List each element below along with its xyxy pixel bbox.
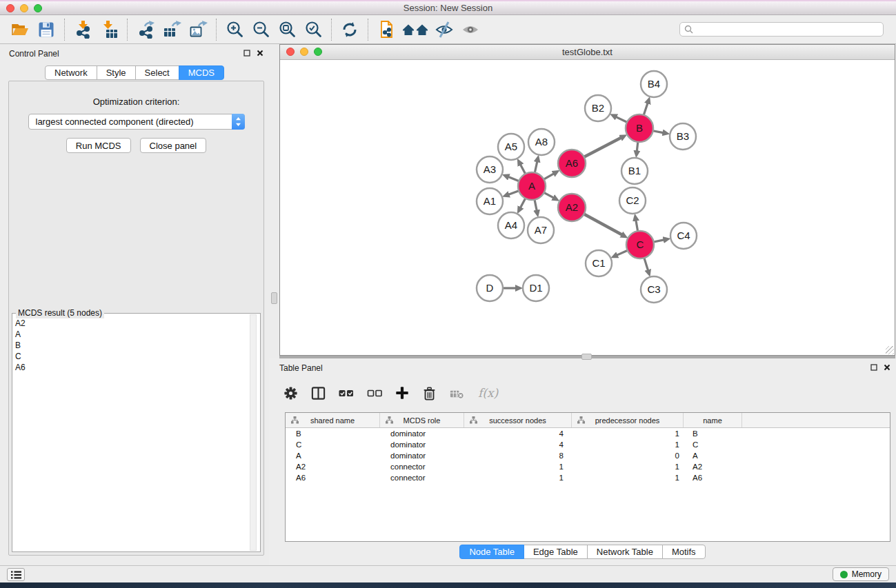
search-field[interactable]: [679, 22, 884, 37]
edge-A-A1[interactable]: [508, 191, 519, 194]
close-panel-icon[interactable]: [884, 364, 890, 371]
node-C3[interactable]: C3: [641, 276, 667, 303]
tab-select[interactable]: Select: [135, 65, 179, 80]
node-A3[interactable]: A3: [477, 156, 503, 183]
node-B2[interactable]: B2: [585, 95, 611, 121]
column-header-shared-name[interactable]: shared name: [286, 413, 380, 427]
refresh-layout-button[interactable]: [337, 17, 363, 42]
close-panel-icon[interactable]: [257, 50, 263, 57]
node-A1[interactable]: A1: [477, 188, 503, 214]
tab-network[interactable]: Network: [45, 65, 97, 80]
column-header-name[interactable]: name: [684, 413, 742, 427]
hide-graphics-details-button[interactable]: [431, 17, 457, 42]
result-item[interactable]: B: [12, 340, 260, 351]
mcds-result-list[interactable]: A2ABCA6: [12, 314, 260, 551]
toggle-panel-button[interactable]: [310, 385, 326, 401]
close-panel-button[interactable]: Close panel: [140, 138, 207, 153]
node-B[interactable]: B: [626, 114, 653, 142]
save-session-button[interactable]: [33, 17, 59, 42]
tab-network-table[interactable]: Network Table: [587, 545, 663, 559]
export-image-button[interactable]: [185, 17, 211, 42]
result-item[interactable]: A2: [12, 318, 260, 329]
zoom-out-button[interactable]: [248, 17, 274, 42]
edge-A-A3[interactable]: [508, 177, 519, 181]
column-header-predecessor-nodes[interactable]: predecessor nodes: [572, 413, 684, 427]
edge-A6-B[interactable]: [584, 138, 621, 157]
criterion-dropdown[interactable]: largest connected component (directed): [28, 114, 245, 130]
node-B4[interactable]: B4: [641, 71, 667, 97]
edge-C-C2[interactable]: [636, 221, 638, 232]
network-window-titlebar[interactable]: testGlobe.txt: [280, 45, 895, 60]
table-row[interactable]: Cdominator41C: [286, 439, 890, 450]
network-zoom-button[interactable]: [314, 48, 322, 56]
edge-B-B1[interactable]: [637, 142, 638, 151]
edge-B-B2[interactable]: [616, 117, 627, 123]
node-C2[interactable]: C2: [619, 187, 646, 214]
node-A7[interactable]: A7: [528, 217, 554, 243]
export-network-button[interactable]: [132, 17, 159, 42]
minimize-window-button[interactable]: [20, 4, 28, 12]
float-panel-icon[interactable]: [243, 50, 250, 57]
node-C1[interactable]: C1: [586, 250, 612, 276]
node-C[interactable]: C: [626, 231, 654, 258]
show-graphics-details-button[interactable]: [457, 17, 484, 42]
result-item[interactable]: C: [12, 351, 260, 362]
export-table-button[interactable]: [159, 17, 185, 42]
column-header-successor-nodes[interactable]: successor nodes: [464, 413, 572, 427]
node-A[interactable]: A: [518, 172, 546, 200]
delete-column-button[interactable]: [421, 385, 437, 401]
tab-edge-table[interactable]: Edge Table: [524, 545, 588, 559]
edge-A-A6[interactable]: [544, 174, 554, 179]
edge-A-A2[interactable]: [544, 192, 554, 198]
result-item[interactable]: A: [12, 329, 260, 340]
run-mcds-button[interactable]: Run MCDS: [66, 138, 131, 153]
edge-C-C4[interactable]: [654, 240, 664, 242]
edge-B-B4[interactable]: [644, 103, 648, 115]
tab-style[interactable]: Style: [97, 65, 136, 80]
import-network-button[interactable]: [70, 17, 96, 42]
result-scrollbar[interactable]: [250, 314, 257, 551]
node-A8[interactable]: A8: [528, 129, 555, 155]
network-close-button[interactable]: [286, 48, 295, 56]
node-A6[interactable]: A6: [558, 150, 586, 177]
float-panel-icon[interactable]: [870, 364, 877, 371]
delete-table-button[interactable]: [449, 385, 465, 401]
node-B3[interactable]: B3: [670, 123, 696, 150]
function-builder-button[interactable]: f(x): [478, 386, 498, 400]
column-header-mcds-role[interactable]: MCDS role: [380, 413, 464, 427]
column-settings-button[interactable]: [283, 385, 299, 401]
node-C4[interactable]: C4: [670, 223, 697, 249]
node-A5[interactable]: A5: [498, 134, 524, 160]
edge-A-A5[interactable]: [521, 165, 526, 174]
table-row[interactable]: Bdominator41B: [286, 428, 890, 439]
edge-C-C3[interactable]: [644, 258, 648, 270]
import-table-button[interactable]: [96, 17, 122, 42]
tab-mcds[interactable]: MCDS: [179, 65, 224, 80]
zoom-selected-button[interactable]: [300, 17, 326, 42]
edge-C-C1[interactable]: [617, 250, 627, 255]
zoom-fit-button[interactable]: [274, 17, 300, 42]
add-column-button[interactable]: [395, 385, 410, 401]
vertical-split-handle[interactable]: [271, 292, 277, 304]
table-row[interactable]: Adominator80A: [286, 450, 890, 461]
deselect-all-columns-button[interactable]: [366, 385, 383, 401]
memory-button[interactable]: Memory: [833, 567, 889, 581]
search-input[interactable]: [696, 25, 879, 34]
select-all-columns-button[interactable]: [338, 385, 355, 401]
create-network-from-file-button[interactable]: [373, 17, 399, 42]
tab-node-table[interactable]: Node Table: [459, 545, 524, 559]
node-A4[interactable]: A4: [498, 212, 524, 239]
table-row[interactable]: A2connector11A2: [286, 461, 890, 472]
open-file-button[interactable]: [7, 17, 33, 42]
tab-motifs[interactable]: Motifs: [662, 545, 706, 559]
network-canvas[interactable]: B4B2BB3B1A5A8A3A6AA1A2A4A7C2C4CC1C3DD1: [280, 60, 895, 355]
node-B1[interactable]: B1: [621, 158, 648, 184]
home-button[interactable]: [399, 17, 431, 42]
edge-A-A4[interactable]: [521, 199, 526, 208]
edge-B-B3[interactable]: [653, 131, 664, 133]
close-window-button[interactable]: [6, 4, 14, 12]
network-canvas-svg[interactable]: B4B2BB3B1A5A8A3A6AA1A2A4A7C2C4CC1C3DD1: [280, 60, 895, 355]
table-row[interactable]: A6connector11A6: [286, 472, 890, 483]
edge-A-A7[interactable]: [535, 200, 537, 211]
zoom-window-button[interactable]: [34, 4, 42, 12]
